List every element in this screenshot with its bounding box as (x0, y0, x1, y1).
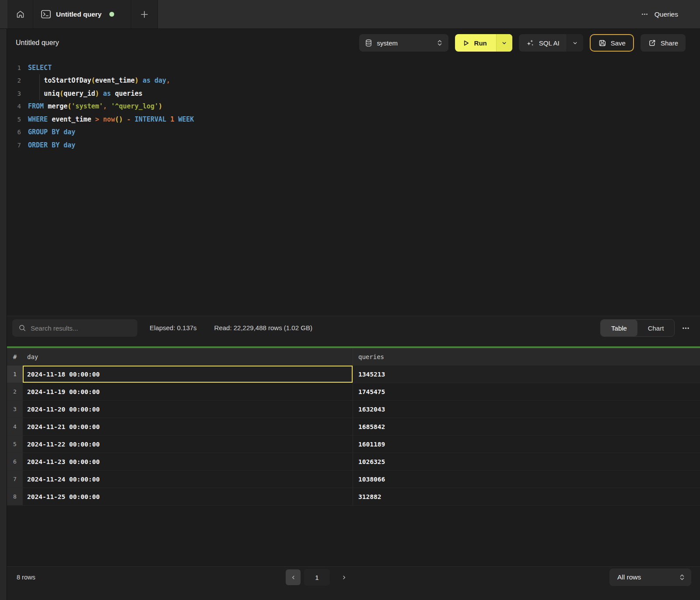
row-number[interactable]: 2 (7, 383, 23, 400)
code-text: SELECT (28, 64, 52, 72)
search-input[interactable] (31, 324, 131, 332)
code-line[interactable]: 4FROM merge('system', '^query_log') (7, 100, 700, 113)
view-toggle: Table Chart (600, 319, 675, 337)
table-row[interactable]: 62024-11-23 00:00:001026325 (7, 453, 700, 471)
table-row[interactable]: 32024-11-20 00:00:001632043 (7, 401, 700, 418)
new-tab-button[interactable] (131, 0, 158, 28)
database-selector[interactable]: system (359, 34, 448, 52)
sql-ai-options-button[interactable] (567, 34, 583, 52)
cell-day[interactable]: 2024-11-21 00:00:00 (23, 418, 353, 435)
sql-editor[interactable]: 1SELECT2 toStartOfDay(event_time) as day… (7, 57, 700, 316)
row-number[interactable]: 8 (7, 488, 23, 505)
code-text: WHERE event_time > now() - INTERVAL 1 WE… (28, 115, 194, 123)
row-count: 8 rows (17, 574, 35, 581)
left-rail (0, 29, 7, 600)
table-row[interactable]: 42024-11-21 00:00:001685842 (7, 418, 700, 436)
view-toggle-chart[interactable]: Chart (637, 320, 674, 336)
page-title[interactable]: Untitled query (16, 39, 59, 47)
sql-ai-label: SQL AI (539, 39, 560, 47)
share-icon (648, 39, 656, 47)
queries-panel-toggle[interactable]: Queries (654, 10, 678, 18)
table-row[interactable]: 82024-11-25 00:00:00312882 (7, 488, 700, 506)
tab-untitled-query[interactable]: Untitled query (33, 0, 131, 28)
cell-queries[interactable]: 1685842 (353, 418, 700, 435)
save-label: Save (611, 39, 626, 47)
chevron-right-icon (341, 575, 347, 580)
code-line[interactable]: 3 uniq(query_id) as queries (7, 87, 700, 100)
code-text: uniq(query_id) as queries (28, 90, 143, 98)
share-label: Share (661, 39, 678, 47)
read-stat: Read: 22,229,488 rows (1.02 GB) (214, 319, 312, 337)
code-line[interactable]: 2 toStartOfDay(event_time) as day, (7, 74, 700, 87)
code-line[interactable]: 7ORDER BY day (7, 139, 700, 152)
line-number: 4 (7, 103, 21, 110)
cell-queries[interactable]: 1038066 (353, 471, 700, 488)
bottom-bar: 8 rows 1 (7, 566, 700, 600)
cell-day[interactable]: 2024-11-22 00:00:00 (23, 436, 353, 453)
code-lines: 1SELECT2 toStartOfDay(event_time) as day… (7, 61, 700, 152)
row-number[interactable]: 5 (7, 436, 23, 453)
home-button[interactable] (7, 0, 33, 28)
results-table: # day queries 12024-11-18 00:00:00134521… (7, 348, 700, 506)
table-row[interactable]: 72024-11-24 00:00:001038066 (7, 471, 700, 488)
page-size-selector[interactable]: All rows (609, 569, 691, 586)
table-row[interactable]: 12024-11-18 00:00:001345213 (7, 366, 700, 383)
table-row[interactable]: 52024-11-22 00:00:001601189 (7, 436, 700, 453)
code-line[interactable]: 5WHERE event_time > now() - INTERVAL 1 W… (7, 113, 700, 126)
updown-caret-icon (437, 39, 443, 47)
cell-day[interactable]: 2024-11-24 00:00:00 (23, 471, 353, 488)
run-button[interactable]: Run (455, 34, 496, 52)
code-line[interactable]: 1SELECT (7, 61, 700, 74)
more-icon[interactable] (641, 10, 648, 18)
save-button[interactable]: Save (590, 34, 634, 52)
run-options-button[interactable] (496, 34, 512, 52)
next-page-button[interactable] (341, 575, 347, 580)
cell-day[interactable]: 2024-11-18 00:00:00 (23, 366, 353, 383)
table-rows: 12024-11-18 00:00:00134521322024-11-19 0… (7, 366, 700, 506)
updown-caret-icon (679, 573, 685, 581)
cell-day[interactable]: 2024-11-25 00:00:00 (23, 488, 353, 505)
results-toolbar: Elapsed: 0.137s Read: 22,229,488 rows (1… (7, 316, 700, 346)
chevron-left-icon (290, 575, 296, 580)
table-row[interactable]: 22024-11-19 00:00:001745475 (7, 383, 700, 401)
sql-ai-button-group: SQL AI (519, 34, 583, 52)
share-button[interactable]: Share (640, 34, 686, 52)
sparkles-icon (526, 38, 535, 47)
row-number[interactable]: 7 (7, 471, 23, 488)
database-icon (365, 39, 372, 47)
results-more-button[interactable] (682, 319, 690, 337)
code-text: GROUP BY day (28, 128, 75, 136)
home-icon (16, 10, 25, 19)
column-header-index[interactable]: # (7, 348, 23, 366)
cell-day[interactable]: 2024-11-20 00:00:00 (23, 401, 353, 418)
query-header: Untitled query system (7, 29, 700, 57)
cell-day[interactable]: 2024-11-23 00:00:00 (23, 453, 353, 470)
prev-page-button[interactable] (286, 569, 301, 585)
chevron-down-icon (572, 40, 578, 46)
row-number[interactable]: 6 (7, 453, 23, 470)
indent-guide (39, 74, 40, 100)
cell-queries[interactable]: 1745475 (353, 383, 700, 400)
cell-day[interactable]: 2024-11-19 00:00:00 (23, 383, 353, 400)
column-header-queries[interactable]: queries (353, 348, 700, 366)
terminal-icon (41, 10, 51, 18)
line-number: 5 (7, 116, 21, 123)
page-number-button[interactable]: 1 (304, 569, 330, 586)
code-line[interactable]: 6GROUP BY day (7, 126, 700, 139)
cell-queries[interactable]: 1632043 (353, 401, 700, 418)
cell-queries[interactable]: 1345213 (353, 366, 700, 383)
cell-queries[interactable]: 1026325 (353, 453, 700, 470)
row-number[interactable]: 4 (7, 418, 23, 435)
line-number: 6 (7, 129, 21, 136)
row-number[interactable]: 3 (7, 401, 23, 418)
cell-queries[interactable]: 312882 (353, 488, 700, 505)
view-toggle-table[interactable]: Table (601, 320, 637, 336)
sql-ai-button[interactable]: SQL AI (519, 34, 567, 52)
cell-queries[interactable]: 1601189 (353, 436, 700, 453)
line-number: 2 (7, 77, 21, 84)
row-number[interactable]: 1 (7, 366, 23, 383)
column-header-day[interactable]: day (23, 348, 353, 366)
line-number: 3 (7, 90, 21, 97)
topbar-right: Queries (641, 0, 700, 28)
play-icon (462, 39, 470, 47)
